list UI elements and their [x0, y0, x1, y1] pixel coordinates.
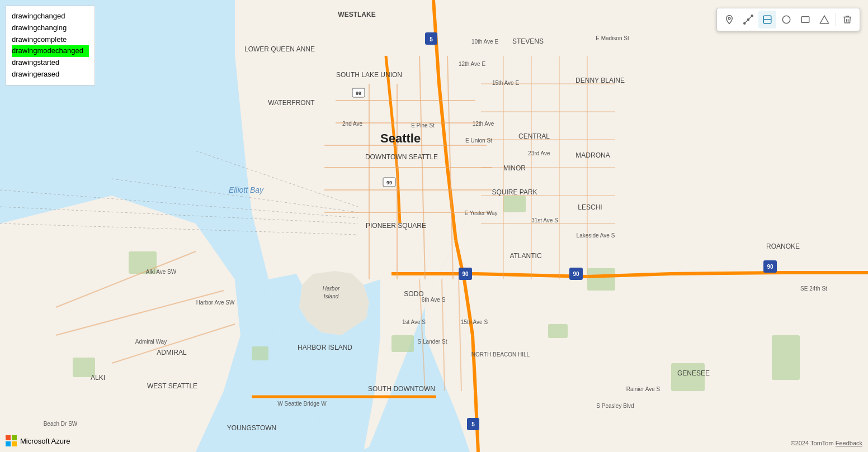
svg-line-26: [671, 273, 783, 274]
svg-text:S Peasley Blvd: S Peasley Blvd: [596, 403, 634, 409]
tomtom-attribution: ©2024 TomTom: [791, 440, 834, 446]
svg-rect-9: [548, 324, 568, 338]
svg-text:STEVENS: STEVENS: [512, 37, 544, 45]
svg-point-135: [782, 16, 790, 23]
svg-text:Alki Ave SW: Alki Ave SW: [146, 269, 177, 275]
svg-marker-137: [820, 16, 829, 23]
svg-rect-13: [252, 346, 268, 360]
svg-text:SOUTH DOWNTOWN: SOUTH DOWNTOWN: [368, 385, 435, 393]
svg-text:PIONEER SQUARE: PIONEER SQUARE: [366, 222, 426, 230]
svg-text:MADRONA: MADRONA: [575, 151, 610, 159]
svg-text:ADMIRAL: ADMIRAL: [157, 349, 187, 356]
svg-text:YOUNGSTOWN: YOUNGSTOWN: [227, 424, 276, 432]
svg-text:E Union St: E Union St: [465, 137, 492, 144]
svg-rect-140: [6, 441, 11, 446]
map-attribution: ©2024 TomTom Feedback: [791, 440, 862, 446]
svg-text:SOUTH LAKE UNION: SOUTH LAKE UNION: [336, 71, 402, 79]
map-svg: 5 99 99 90 90 90 5 Seattle WESTLAKE LOWE…: [0, 0, 868, 452]
svg-text:DENNY BLAINE: DENNY BLAINE: [575, 77, 625, 84]
svg-point-132: [748, 19, 749, 21]
svg-text:ATLANTIC: ATLANTIC: [510, 252, 541, 260]
svg-rect-136: [801, 17, 809, 23]
azure-logo-icon: [6, 435, 17, 446]
svg-text:W Seattle Bridge W: W Seattle Bridge W: [277, 401, 327, 407]
circle-tool-button[interactable]: [777, 11, 795, 28]
svg-point-131: [751, 15, 753, 17]
svg-rect-139: [12, 435, 17, 440]
toolbar-divider: [836, 13, 836, 26]
event-drawingstarted: drawingstarted: [12, 57, 89, 69]
svg-rect-7: [503, 196, 526, 212]
svg-text:NORTH BEACON HILL: NORTH BEACON HILL: [471, 351, 530, 358]
polygon-tool-button[interactable]: [758, 11, 776, 28]
svg-text:CENTRAL: CENTRAL: [518, 132, 550, 140]
svg-text:SODO: SODO: [404, 290, 423, 298]
svg-text:ALKI: ALKI: [91, 374, 105, 382]
event-drawingerased: drawingerased: [12, 69, 89, 80]
svg-rect-8: [587, 268, 615, 291]
svg-text:S Lander St: S Lander St: [418, 339, 447, 345]
svg-text:2nd Ave: 2nd Ave: [342, 121, 362, 127]
seattle-label: Seattle: [380, 131, 421, 145]
svg-text:10th Ave E: 10th Ave E: [471, 39, 499, 45]
svg-text:WESTLAKE: WESTLAKE: [338, 11, 375, 18]
svg-text:LOWER QUEEN ANNE: LOWER QUEEN ANNE: [244, 45, 315, 53]
svg-text:6th Ave S: 6th Ave S: [422, 297, 446, 303]
map-container[interactable]: 5 99 99 90 90 90 5 Seattle WESTLAKE LOWE…: [0, 0, 868, 452]
svg-text:15th Ave S: 15th Ave S: [461, 319, 488, 325]
svg-text:LESCHI: LESCHI: [578, 203, 602, 211]
svg-text:5: 5: [471, 421, 475, 427]
event-drawingcomplete: drawingcomplete: [12, 34, 89, 46]
erase-tool-button[interactable]: [838, 11, 856, 28]
svg-text:E Madison St: E Madison St: [596, 35, 629, 41]
svg-rect-11: [671, 363, 705, 391]
svg-text:SQUIRE PARK: SQUIRE PARK: [492, 188, 537, 196]
svg-marker-2: [425, 0, 868, 452]
svg-text:Harbor Ave SW: Harbor Ave SW: [196, 299, 235, 306]
svg-text:E Pine St: E Pine St: [411, 122, 435, 129]
point-tool-button[interactable]: [720, 11, 738, 28]
feedback-link[interactable]: Feedback: [836, 440, 862, 446]
svg-text:DOWNTOWN SEATTLE: DOWNTOWN SEATTLE: [365, 153, 438, 161]
svg-text:23rd Ave: 23rd Ave: [528, 150, 550, 156]
drawing-toolbar: [716, 8, 860, 31]
svg-point-130: [744, 22, 746, 24]
svg-text:5: 5: [430, 36, 433, 42]
svg-text:MINOR: MINOR: [503, 164, 526, 172]
svg-text:90: 90: [767, 264, 773, 270]
svg-rect-141: [12, 441, 17, 446]
svg-text:15th Ave E: 15th Ave E: [492, 80, 520, 86]
svg-text:99: 99: [356, 91, 361, 96]
svg-text:Elliott Bay: Elliott Bay: [229, 185, 264, 194]
svg-text:Rainier Ave S: Rainier Ave S: [626, 386, 661, 392]
svg-text:Island: Island: [324, 293, 339, 299]
event-drawingchanged: drawingchanged: [12, 11, 89, 22]
svg-text:GENESEE: GENESEE: [677, 369, 710, 377]
svg-text:SE 24th St: SE 24th St: [800, 286, 827, 292]
event-drawingmodechanged: drawingmodechanged: [12, 45, 89, 57]
svg-text:Beach Dr SW: Beach Dr SW: [44, 421, 78, 427]
azure-branding: Microsoft Azure: [6, 435, 70, 446]
svg-text:1st Ave S: 1st Ave S: [402, 319, 426, 325]
svg-text:WATERFRONT: WATERFRONT: [268, 99, 315, 107]
rectangle-tool-button[interactable]: [796, 11, 814, 28]
svg-text:WEST SEATTLE: WEST SEATTLE: [147, 382, 197, 390]
svg-text:ROANOKE: ROANOKE: [766, 242, 800, 250]
line-tool-button[interactable]: [739, 11, 757, 28]
svg-text:E Yesler Way: E Yesler Way: [464, 210, 497, 216]
svg-text:Lakeside Ave S: Lakeside Ave S: [577, 232, 615, 239]
event-log: drawingchanged drawingchanging drawingco…: [6, 6, 95, 85]
triangle-tool-button[interactable]: [815, 11, 833, 28]
svg-text:31st Ave S: 31st Ave S: [531, 217, 558, 223]
azure-brand-label: Microsoft Azure: [20, 437, 70, 445]
svg-text:12th Ave E: 12th Ave E: [459, 61, 486, 67]
svg-text:HARBOR ISLAND: HARBOR ISLAND: [298, 344, 352, 351]
svg-rect-12: [772, 335, 800, 380]
svg-text:Harbor: Harbor: [323, 286, 340, 292]
svg-text:90: 90: [573, 271, 579, 277]
svg-text:90: 90: [462, 271, 469, 277]
svg-rect-10: [391, 335, 414, 352]
event-drawingchanging: drawingchanging: [12, 22, 89, 34]
svg-rect-138: [6, 435, 11, 440]
svg-text:99: 99: [386, 180, 392, 185]
